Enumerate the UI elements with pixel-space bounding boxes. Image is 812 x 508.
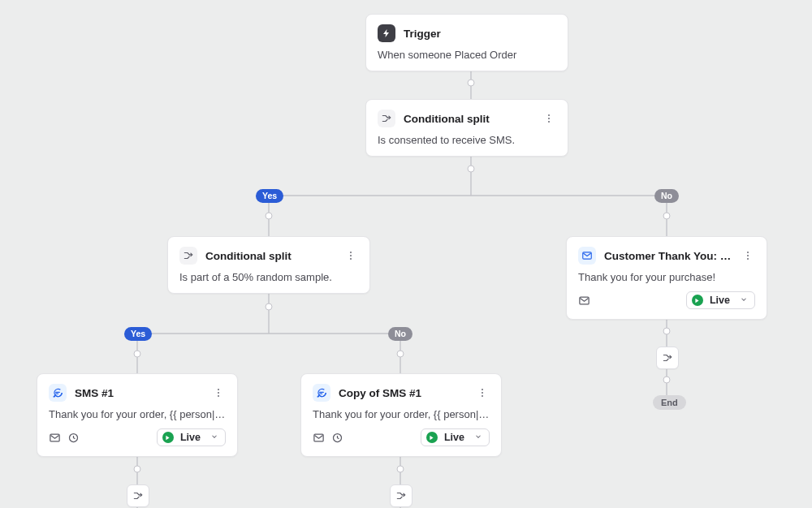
more-menu-button[interactable] bbox=[211, 385, 226, 400]
svg-point-40 bbox=[482, 392, 483, 394]
svg-point-1 bbox=[468, 80, 474, 86]
svg-point-34 bbox=[218, 389, 219, 390]
svg-point-17 bbox=[134, 466, 140, 472]
branch-icon bbox=[378, 110, 395, 127]
svg-point-3 bbox=[468, 166, 474, 172]
chevron-down-icon bbox=[210, 432, 218, 443]
svg-point-27 bbox=[350, 255, 352, 256]
svg-point-15 bbox=[397, 351, 404, 357]
status-label: Live bbox=[180, 432, 201, 443]
svg-point-39 bbox=[482, 389, 483, 390]
svg-point-19 bbox=[397, 466, 404, 472]
status-label: Live bbox=[444, 432, 464, 443]
end-pill: End bbox=[653, 395, 686, 410]
more-menu-button[interactable] bbox=[475, 385, 490, 400]
branch-no-pill: No bbox=[654, 189, 679, 203]
svg-point-23 bbox=[548, 114, 550, 116]
branch2-yes-pill: Yes bbox=[124, 327, 152, 341]
play-icon bbox=[162, 432, 174, 443]
svg-point-30 bbox=[747, 252, 749, 253]
status-dropdown[interactable]: Live bbox=[157, 428, 226, 446]
conditional-split-card-2[interactable]: Conditional split Is part of a 50% rando… bbox=[167, 236, 370, 294]
sms2-desc: Thank you for your order, {{ person|look… bbox=[313, 408, 490, 420]
email-card[interactable]: Customer Thank You: Email... Thank you f… bbox=[566, 236, 767, 320]
sms2-title: Copy of SMS #1 bbox=[339, 387, 467, 399]
sms1-card[interactable]: SMS #1 Thank you for your order, {{ pers… bbox=[37, 373, 238, 457]
split1-desc: Is consented to receive SMS. bbox=[378, 134, 556, 146]
smart-send-icon bbox=[313, 432, 325, 444]
svg-point-31 bbox=[747, 255, 749, 256]
add-step-button[interactable] bbox=[390, 484, 412, 507]
conditional-split-card-1[interactable]: Conditional split Is consented to receiv… bbox=[365, 99, 568, 157]
sms-icon bbox=[313, 384, 330, 402]
svg-point-25 bbox=[548, 121, 550, 123]
add-step-button[interactable] bbox=[127, 484, 149, 507]
svg-point-21 bbox=[663, 328, 670, 334]
sms1-title: SMS #1 bbox=[75, 387, 203, 399]
status-label: Live bbox=[710, 295, 730, 306]
svg-point-6 bbox=[266, 213, 272, 219]
play-icon bbox=[692, 295, 703, 306]
chevron-down-icon bbox=[740, 295, 748, 306]
branch-yes-pill: Yes bbox=[256, 189, 283, 203]
trigger-desc: When someone Placed Order bbox=[378, 49, 556, 61]
branch2-no-pill: No bbox=[388, 327, 412, 341]
sms-icon bbox=[49, 384, 67, 402]
smart-send-icon bbox=[49, 432, 61, 444]
sms1-desc: Thank you for your order, {{ person|look… bbox=[49, 408, 226, 420]
svg-point-24 bbox=[548, 118, 550, 119]
quiet-hours-icon bbox=[331, 432, 343, 444]
add-step-button[interactable] bbox=[656, 347, 679, 369]
svg-point-13 bbox=[134, 351, 140, 357]
split1-title: Conditional split bbox=[404, 113, 533, 125]
svg-point-35 bbox=[218, 392, 219, 394]
status-dropdown[interactable]: Live bbox=[686, 291, 755, 309]
split2-desc: Is part of a 50% random sample. bbox=[179, 271, 358, 283]
quiet-hours-icon bbox=[67, 432, 80, 444]
status-dropdown[interactable]: Live bbox=[421, 428, 490, 446]
branch-icon bbox=[179, 247, 197, 265]
svg-point-8 bbox=[663, 213, 670, 219]
smart-send-icon bbox=[578, 295, 590, 307]
svg-point-22 bbox=[663, 377, 670, 383]
trigger-title: Trigger bbox=[404, 28, 556, 40]
svg-point-36 bbox=[218, 395, 219, 397]
more-menu-button[interactable] bbox=[542, 111, 556, 126]
svg-point-32 bbox=[747, 258, 749, 260]
chevron-down-icon bbox=[474, 432, 482, 443]
play-icon bbox=[426, 432, 438, 443]
trigger-card[interactable]: Trigger When someone Placed Order bbox=[365, 14, 568, 71]
sms2-card[interactable]: Copy of SMS #1 Thank you for your order,… bbox=[300, 373, 502, 457]
more-menu-button[interactable] bbox=[343, 248, 358, 263]
svg-point-26 bbox=[350, 252, 352, 253]
svg-point-28 bbox=[350, 258, 352, 260]
email-title: Customer Thank You: Email... bbox=[604, 250, 732, 262]
more-menu-button[interactable] bbox=[741, 248, 755, 263]
mail-icon bbox=[578, 247, 596, 265]
svg-point-41 bbox=[482, 395, 483, 397]
email-desc: Thank you for your purchase! bbox=[578, 271, 755, 283]
bolt-icon bbox=[378, 24, 395, 42]
split2-title: Conditional split bbox=[205, 250, 335, 262]
svg-point-10 bbox=[266, 304, 272, 310]
